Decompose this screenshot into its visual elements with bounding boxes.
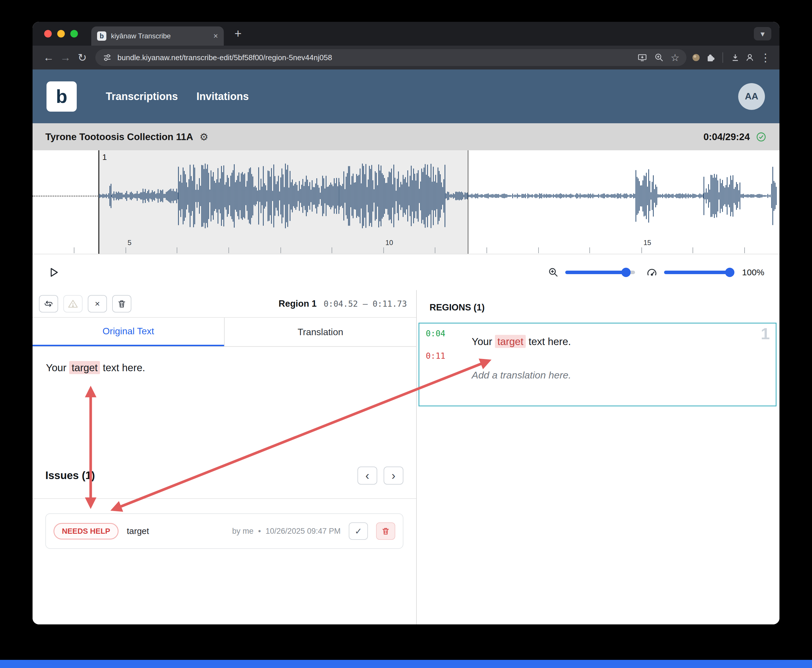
- browser-window: b kiyânaw Transcribe × + ▾ ← → ↻ bundle.…: [33, 22, 779, 625]
- extensions-puzzle-icon[interactable]: [705, 52, 715, 63]
- toolbar-right-icons: ⋮: [691, 49, 772, 66]
- region-list-item[interactable]: 0:04 0:11 Your target text here. Add a t…: [419, 323, 777, 406]
- bookmark-star-icon[interactable]: ☆: [671, 52, 679, 63]
- region-toolbar: × Region 1 0:04.52 – 0:11.73: [33, 290, 416, 317]
- omnibox-actions: ☆: [637, 52, 679, 63]
- new-tab-button[interactable]: +: [230, 26, 246, 42]
- region-item-times: 0:04 0:11: [426, 329, 464, 400]
- nav-transcriptions[interactable]: Transcriptions: [106, 90, 178, 103]
- text-before: Your: [472, 336, 495, 347]
- traffic-light-minimize[interactable]: [57, 30, 65, 37]
- tab-translation[interactable]: Translation: [224, 318, 416, 346]
- issues-prev-button[interactable]: ‹: [357, 466, 377, 484]
- flag-issue-button[interactable]: [63, 295, 83, 312]
- playback-speed-icon[interactable]: [646, 267, 658, 278]
- traffic-light-close[interactable]: [44, 30, 52, 37]
- region-item-index: 1: [761, 324, 770, 343]
- regions-list-panel: REGIONS (1) 0:04 0:11 Your target text h…: [417, 290, 779, 625]
- browser-toolbar: ← → ↻ bundle.kiyanaw.net/transcribe-edit…: [33, 46, 779, 70]
- region-item-text[interactable]: Your target text here.: [472, 336, 769, 347]
- issue-status-badge[interactable]: NEEDS HELP: [53, 523, 118, 539]
- timeline-tick-label: 10: [385, 239, 393, 247]
- issue-meta-bullet: •: [258, 527, 261, 536]
- tab-search-button[interactable]: ▾: [754, 27, 771, 40]
- document-subheader: Tyrone Tootoosis Collection 11A ⚙ 0:04/2…: [33, 123, 779, 150]
- address-bar[interactable]: bundle.kiyanaw.net/transcribe-edit/5bf58…: [95, 49, 687, 66]
- speed-slider-fill: [664, 271, 734, 274]
- regions-list-title: REGIONS (1): [417, 290, 779, 313]
- trash-icon: [381, 526, 390, 536]
- highlighted-word[interactable]: target: [69, 361, 100, 374]
- tab-title: kiyânaw Transcribe: [111, 32, 208, 40]
- warning-triangle-icon: [68, 299, 78, 309]
- extension-orb-icon[interactable]: [691, 53, 701, 62]
- playback-time: 0:04/29:24: [703, 131, 750, 142]
- user-avatar[interactable]: AA: [738, 83, 765, 110]
- settings-gear-icon[interactable]: ⚙: [200, 131, 208, 143]
- nav-invitations[interactable]: Invitations: [197, 90, 249, 103]
- text-after: text here.: [526, 336, 571, 347]
- region-editor-panel: × Region 1 0:04.52 – 0:11.73 Original Te…: [33, 290, 417, 625]
- browser-tab[interactable]: b kiyânaw Transcribe ×: [91, 27, 224, 46]
- menu-kebab-icon[interactable]: ⋮: [759, 49, 772, 66]
- document-title: Tyrone Tootoosis Collection 11A: [45, 131, 193, 142]
- trash-icon: [117, 299, 127, 309]
- issue-date: 10/26/2025 09:47 PM: [266, 527, 341, 536]
- profile-icon[interactable]: [745, 52, 755, 63]
- traffic-light-zoom[interactable]: [70, 30, 78, 37]
- forward-button[interactable]: →: [57, 49, 74, 66]
- waveform-panel[interactable]: 51015 1: [33, 150, 779, 254]
- zoom-in-icon[interactable]: [548, 267, 559, 278]
- downloads-icon[interactable]: [730, 52, 740, 63]
- url-text[interactable]: bundle.kiyanaw.net/transcribe-edit/5bf58…: [117, 53, 632, 62]
- region-item-content[interactable]: Your target text here. Add a translation…: [464, 329, 769, 400]
- speed-slider-knob[interactable]: [725, 268, 734, 277]
- issues-header: Issues (1) ‹ ›: [33, 453, 416, 499]
- editor-tabs: Original Text Translation: [33, 317, 416, 347]
- reload-button[interactable]: ↻: [74, 49, 91, 66]
- issue-meta: by me • 10/26/2025 09:47 PM: [232, 527, 341, 536]
- issue-author: by me: [232, 527, 254, 536]
- clear-region-button[interactable]: ×: [88, 295, 107, 312]
- timeline-tick-label: 15: [644, 239, 651, 247]
- zoom-slider-fill: [565, 271, 626, 274]
- issue-delete-button[interactable]: [376, 523, 395, 540]
- background-window-strip: [0, 660, 812, 668]
- waveform-canvas[interactable]: 51015: [33, 150, 779, 254]
- page-zoom-icon[interactable]: [654, 52, 664, 63]
- back-button[interactable]: ←: [40, 49, 57, 66]
- issue-card[interactable]: NEEDS HELP target by me • 10/26/2025 09:…: [45, 513, 403, 549]
- issue-resolve-button[interactable]: ✓: [349, 523, 368, 540]
- region-heading: Region 1 0:04.52 – 0:11.73: [279, 299, 410, 309]
- zoom-slider-knob[interactable]: [621, 268, 631, 277]
- transcription-text[interactable]: Your target text here.: [46, 362, 403, 374]
- region-end-time: 0:11: [426, 351, 464, 361]
- saved-check-icon: [755, 131, 767, 142]
- install-app-icon[interactable]: [637, 52, 647, 63]
- transport-controls: 100%: [33, 254, 779, 290]
- text-after: text here.: [100, 362, 145, 373]
- highlighted-word[interactable]: target: [495, 335, 526, 348]
- issues-next-button[interactable]: ›: [383, 466, 403, 484]
- speed-percent-label: 100%: [742, 267, 764, 277]
- text-before: Your: [46, 362, 69, 373]
- site-settings-icon[interactable]: [102, 53, 112, 62]
- app-logo[interactable]: b: [47, 82, 77, 112]
- issues-pagination: ‹ ›: [357, 466, 403, 484]
- play-button[interactable]: [48, 266, 60, 279]
- translation-placeholder[interactable]: Add a translation here.: [472, 369, 769, 381]
- delete-region-button[interactable]: [112, 295, 132, 312]
- loop-region-button[interactable]: [39, 295, 58, 312]
- loop-icon: [43, 299, 54, 309]
- main-content: × Region 1 0:04.52 – 0:11.73 Original Te…: [33, 290, 779, 625]
- speed-slider[interactable]: [664, 271, 734, 274]
- zoom-slider[interactable]: [565, 271, 635, 274]
- toolbar-separator: [722, 52, 723, 63]
- transcription-text-editor[interactable]: Your target text here.: [33, 347, 416, 453]
- waveform-region-number: 1: [102, 153, 107, 162]
- traffic-lights: [33, 30, 78, 37]
- tab-favicon: b: [97, 32, 107, 41]
- tab-original-text[interactable]: Original Text: [33, 318, 224, 346]
- tab-close-icon[interactable]: ×: [213, 32, 218, 40]
- timeline-tick-label: 5: [128, 239, 132, 247]
